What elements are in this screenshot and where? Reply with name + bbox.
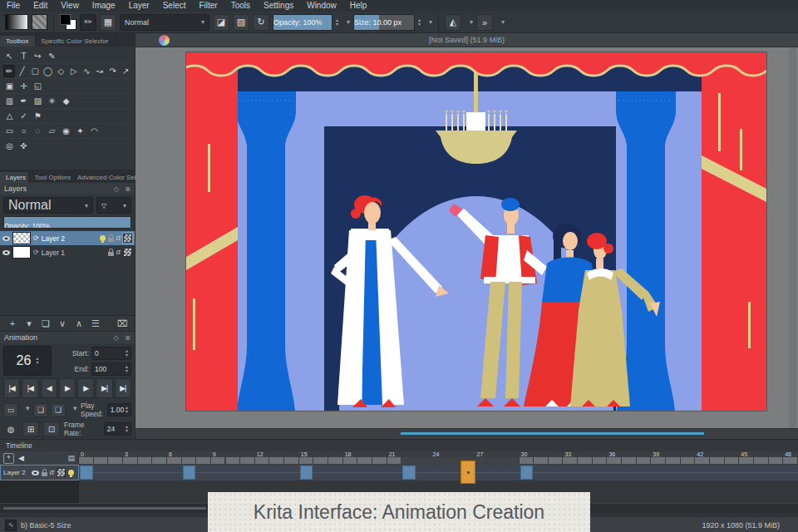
ruler-frame-cell[interactable] [666, 457, 680, 464]
ruler-frame-cell[interactable] [578, 457, 592, 464]
inherit-alpha-icon[interactable] [123, 234, 132, 243]
keyframe-block[interactable] [300, 466, 313, 480]
similar-color-select-tool[interactable]: ✦ [74, 125, 86, 137]
onion-skin-icon[interactable] [68, 470, 74, 475]
timeline-track-row[interactable] [0, 465, 798, 480]
layer-opacity-slider[interactable]: Opacity: 100% [3, 216, 131, 229]
multibrush-tool[interactable]: ↗ [120, 65, 131, 77]
menu-window[interactable]: Window [300, 0, 343, 12]
onion-skin-icon[interactable] [100, 235, 106, 241]
layer-thumbnail[interactable] [12, 232, 31, 244]
ruler-frame-cell[interactable] [622, 457, 636, 464]
ruler-frame-cell[interactable] [695, 457, 709, 464]
text-tool[interactable]: T [17, 50, 30, 62]
layer-row-layer1[interactable]: ⟳ Layer 1 α [0, 245, 135, 259]
zoom-tool[interactable]: ◎ [3, 140, 16, 152]
start-spinbox[interactable]: 0 ▴▾ [91, 347, 131, 360]
gradient-chooser[interactable] [5, 14, 28, 30]
frame-display-dropdown[interactable]: ▾ [26, 404, 31, 416]
freehand-path-tool[interactable]: ↝ [94, 65, 106, 77]
ruler-frame-cell[interactable] [681, 457, 695, 464]
menu-settings[interactable]: Settings [257, 0, 300, 12]
assistants-tool[interactable]: ✓ [17, 110, 30, 122]
alpha-lock-icon[interactable]: α [50, 469, 54, 476]
pattern-edit-tool[interactable]: ▨ [32, 95, 44, 107]
add-layer-dropdown[interactable]: ▾ [23, 318, 35, 329]
end-spinbox[interactable]: 100 ▴▾ [91, 362, 131, 376]
layer-visibility-icon[interactable] [32, 470, 39, 475]
skip-to-start-button[interactable]: |◀ [3, 378, 20, 398]
frame-actions-icon[interactable]: ▤ [67, 454, 75, 462]
next-keyframe-button[interactable]: ▶| [96, 378, 112, 398]
inherit-alpha-icon[interactable] [57, 468, 66, 477]
bezier-curve-tool[interactable]: ∿ [81, 65, 93, 77]
wrap-dropdown-icon[interactable]: ▾ [501, 18, 505, 26]
alpha-lock-icon[interactable]: α [116, 249, 121, 256]
line-tool[interactable]: ╱ [17, 65, 28, 77]
ruler-frame-cell[interactable] [284, 457, 298, 464]
ruler-frame-cell[interactable] [182, 457, 196, 464]
play-speed-spinbox[interactable]: 1.00 ▴▾ [107, 403, 131, 416]
ruler-frame-cell[interactable] [123, 457, 137, 464]
menu-edit[interactable]: Edit [27, 0, 54, 12]
mirror-dropdown-icon[interactable]: ▾ [470, 18, 473, 26]
timeline-layer-cell[interactable]: Layer 2 α [0, 465, 79, 480]
layer-thumbnail[interactable] [12, 246, 31, 259]
wrap-around-button[interactable]: » [476, 14, 493, 31]
layer-filter-button[interactable]: ▽ ▾ [96, 197, 131, 214]
layer-name[interactable]: Layer 1 [42, 249, 106, 257]
onion-skin-dropdown[interactable]: ▾ [73, 404, 78, 416]
layer-name[interactable]: Layer 2 [42, 234, 97, 243]
canvas-horizontal-scrollbar[interactable] [401, 432, 704, 435]
move-layer-up-button[interactable]: ∧ [73, 318, 85, 329]
transform-tool[interactable]: ▣ [3, 80, 16, 92]
ruler-frame-cell[interactable] [211, 457, 225, 464]
ruler-frame-cell[interactable] [534, 457, 548, 464]
foreground-color-swatch[interactable] [60, 14, 71, 25]
menu-tools[interactable]: Tools [224, 0, 257, 12]
ruler-frame-cell[interactable] [299, 457, 313, 464]
move-tool[interactable]: ✛ [17, 80, 30, 92]
current-frame-spinbox[interactable]: 26 ▴▾ [3, 346, 52, 376]
tab-toolbox[interactable]: Toolbox [0, 36, 36, 47]
menu-layer[interactable]: Layer [122, 0, 156, 12]
ruler-frame-cell[interactable] [269, 457, 283, 464]
dynamic-brush-tool[interactable]: ↷ [107, 65, 119, 77]
frame-rate-spinbox[interactable]: 24 ▴▾ [104, 422, 131, 436]
reload-preset-button[interactable]: ↻ [253, 14, 269, 31]
blending-mode-combo[interactable]: Normal ▾ [120, 14, 209, 31]
ruler-frame-cell[interactable] [651, 457, 665, 464]
menu-image[interactable]: Image [86, 0, 122, 12]
lock-icon[interactable] [108, 252, 114, 256]
onion-skin-next-button[interactable]: ❏ [51, 403, 66, 417]
pattern-chooser[interactable] [32, 14, 47, 30]
ruler-frame-cell[interactable] [79, 457, 93, 464]
reference-images-tool[interactable]: ⚑ [32, 110, 44, 122]
add-timeline-layer-button[interactable]: + [3, 453, 14, 464]
current-frame-spinner[interactable]: ▴▾ [36, 357, 38, 365]
brush-editor-button[interactable]: ✏ [80, 14, 96, 31]
color-sampler-tool[interactable]: ✒ [17, 95, 30, 107]
layer-visibility-icon[interactable] [2, 236, 10, 241]
ruler-frame-cell[interactable] [152, 457, 166, 464]
ruler-frame-cell[interactable] [94, 457, 108, 464]
menu-help[interactable]: Help [343, 0, 374, 12]
opacity-dropdown-icon[interactable]: ▾ [347, 18, 350, 26]
skip-to-end-button[interactable]: ▶| [115, 378, 131, 398]
gradient-tool[interactable]: ▥ [3, 95, 16, 107]
freehand-brush-tool[interactable]: ✏ [3, 65, 15, 77]
add-duplicate-frame-button[interactable]: ⊡ [43, 421, 60, 436]
brush-presets-button[interactable]: ▦ [100, 14, 116, 31]
crop-tool[interactable]: ◱ [32, 80, 44, 92]
onion-skin-previous-button[interactable]: ❏ [33, 403, 48, 417]
ruler-frame-cell[interactable] [387, 457, 401, 464]
ruler-frame-cell[interactable] [754, 457, 768, 464]
close-docker-icon[interactable]: ⊗ [125, 334, 131, 342]
previous-frame-button[interactable]: ◀ [41, 378, 57, 398]
ruler-frame-cell[interactable] [196, 457, 210, 464]
timeline-ruler[interactable]: 036912151821242730333639424548 [0, 451, 798, 465]
bezier-select-tool[interactable]: ◠ [88, 125, 101, 137]
drop-frames-button[interactable]: ◍ [3, 422, 18, 436]
measure-tool[interactable]: △ [3, 110, 16, 122]
canvas-image[interactable] [186, 52, 766, 411]
